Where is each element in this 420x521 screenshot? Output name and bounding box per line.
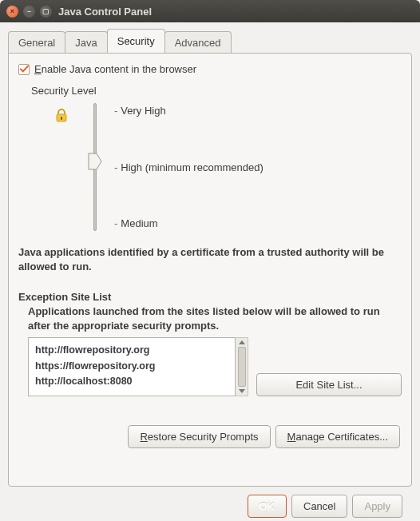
dialog-footer: OK Cancel Apply [8, 487, 412, 518]
apply-button: Apply [352, 495, 402, 518]
tab-security[interactable]: Security [107, 29, 165, 53]
exception-site-list-note: Applications launched from the sites lis… [28, 304, 402, 332]
restore-security-prompts-button[interactable]: Restore Security Prompts [128, 425, 270, 448]
tab-advanced[interactable]: Advanced [164, 31, 232, 54]
security-panel: Enable Java content in the browser Secur… [8, 53, 412, 487]
level-very-high: -Very High [114, 105, 263, 117]
tab-general[interactable]: General [8, 31, 65, 54]
maximize-icon[interactable]: ▢ [40, 6, 52, 18]
exception-site-list-heading: Exception Site List [18, 291, 402, 303]
window-buttons: × – ▢ [6, 6, 52, 18]
edit-site-list-button[interactable]: Edit Site List... [256, 373, 402, 396]
list-scrollbar[interactable] [236, 337, 248, 396]
exception-site-list[interactable]: http://flowrepository.org https://flowre… [28, 337, 236, 396]
window-title: Java Control Panel [58, 6, 152, 18]
manage-certificates-button[interactable]: Manage Certificates... [275, 425, 400, 448]
tab-bar: General Java Security Advanced [8, 29, 412, 53]
close-icon[interactable]: × [6, 6, 18, 18]
enable-java-checkbox[interactable] [18, 64, 30, 75]
scroll-up-icon[interactable] [239, 340, 245, 344]
slider-thumb-icon[interactable] [88, 153, 102, 173]
ok-button[interactable]: OK [248, 495, 287, 518]
enable-java-label: Enable Java content in the browser [34, 63, 196, 75]
security-description: Java applications identified by a certif… [18, 245, 402, 273]
list-item[interactable]: https://flowrepository.org [35, 359, 228, 374]
list-item[interactable]: http://flowrepository.org [35, 343, 228, 358]
minimize-icon[interactable]: – [23, 6, 35, 18]
security-level-slider[interactable] [87, 103, 103, 231]
level-medium: -Medium [114, 217, 263, 229]
lock-icon [53, 108, 69, 126]
tab-java[interactable]: Java [65, 31, 107, 54]
scroll-down-icon[interactable] [239, 389, 245, 393]
list-item[interactable]: http://localhost:8080 [35, 374, 228, 389]
security-level-slider-area: -Very High -High (minimum recommended) -… [47, 103, 402, 231]
security-level-label: Security Level [31, 85, 402, 97]
scroll-thumb[interactable] [238, 347, 246, 387]
svg-rect-1 [61, 117, 62, 120]
cancel-button[interactable]: Cancel [291, 495, 347, 518]
titlebar: × – ▢ Java Control Panel [0, 0, 420, 22]
enable-java-row[interactable]: Enable Java content in the browser [18, 63, 402, 75]
level-high: -High (minimum recommended) [114, 161, 263, 173]
